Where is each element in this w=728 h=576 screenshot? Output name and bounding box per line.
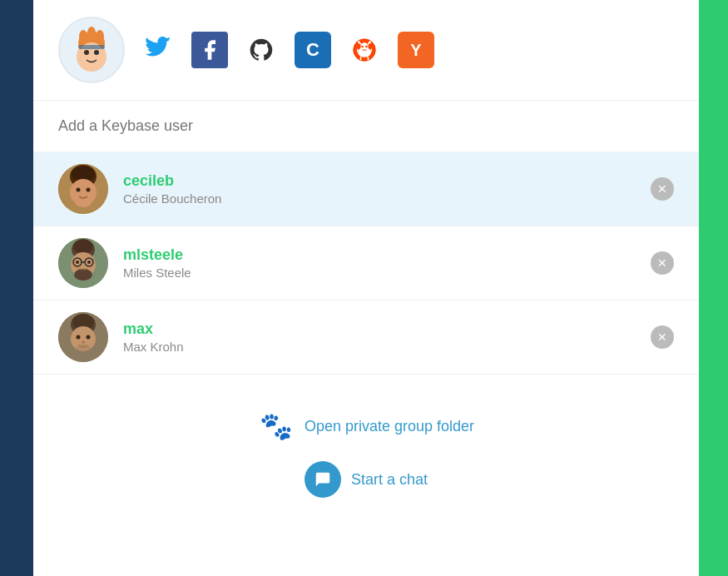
fullname-max: Max Krohn (123, 340, 651, 354)
coinbase-icon[interactable]: C (295, 32, 331, 68)
username-cecileb: cecileb (123, 172, 651, 190)
avatar-cecileb (58, 164, 108, 214)
user-list: cecileb Cécile Boucheron ✕ (33, 152, 699, 375)
open-folder-label: Open private group folder (305, 418, 474, 435)
svg-point-40 (77, 335, 81, 340)
avatar-mlsteele (58, 238, 108, 288)
start-chat-label: Start a chat (351, 471, 428, 489)
ycombinator-icon[interactable]: Y (398, 32, 434, 68)
svg-point-14 (358, 41, 360, 43)
facebook-icon[interactable] (191, 32, 228, 68)
remove-max-button[interactable]: ✕ (651, 325, 674, 349)
folder-icon: 🐾 (258, 408, 295, 444)
svg-point-24 (77, 188, 81, 192)
svg-point-4 (96, 30, 104, 43)
svg-point-23 (75, 197, 92, 207)
svg-point-2 (79, 30, 87, 43)
remove-mlsteele-button[interactable]: ✕ (651, 251, 674, 275)
svg-point-43 (76, 344, 91, 352)
twitter-icon[interactable] (141, 33, 175, 67)
svg-point-25 (87, 188, 91, 192)
svg-point-3 (87, 27, 96, 40)
svg-point-17 (361, 46, 364, 48)
main-avatar[interactable] (58, 17, 125, 83)
chat-icon (305, 461, 341, 498)
left-sidebar (0, 0, 33, 576)
svg-point-16 (369, 41, 371, 43)
svg-point-28 (73, 239, 93, 254)
github-icon[interactable] (245, 33, 278, 67)
svg-point-7 (94, 50, 99, 55)
open-folder-button[interactable]: 🐾 Open private group folder (258, 408, 474, 444)
user-item-cecileb[interactable]: cecileb Cécile Boucheron ✕ (33, 152, 699, 226)
right-sidebar (699, 0, 728, 576)
user-item-mlsteele[interactable]: mlsteele Miles Steele ✕ (33, 226, 699, 300)
main-content: C (33, 0, 699, 576)
social-row: C (33, 0, 699, 101)
svg-point-6 (84, 50, 89, 55)
svg-rect-8 (78, 45, 105, 49)
user-item-max[interactable]: max Max Krohn ✕ (33, 300, 699, 375)
user-info-max: max Max Krohn (123, 320, 651, 354)
user-info-cecileb: cecileb Cécile Boucheron (123, 172, 651, 206)
fullname-cecileb: Cécile Boucheron (123, 191, 651, 206)
svg-point-41 (87, 335, 91, 340)
remove-cecileb-button[interactable]: ✕ (651, 177, 674, 201)
svg-point-34 (87, 261, 91, 264)
svg-point-42 (82, 341, 85, 344)
fullname-mlsteele: Miles Steele (123, 266, 651, 280)
search-input[interactable] (58, 117, 674, 135)
bottom-actions: 🐾 Open private group folder Start a chat (33, 383, 699, 523)
svg-point-33 (76, 261, 79, 264)
username-max: max (123, 320, 651, 338)
start-chat-button[interactable]: Start a chat (305, 461, 428, 498)
search-area (33, 101, 699, 152)
svg-point-18 (365, 46, 368, 48)
username-mlsteele: mlsteele (123, 246, 651, 264)
reddit-icon[interactable] (348, 33, 381, 67)
user-info-mlsteele: mlsteele Miles Steele (123, 246, 651, 280)
avatar-max (58, 312, 108, 362)
